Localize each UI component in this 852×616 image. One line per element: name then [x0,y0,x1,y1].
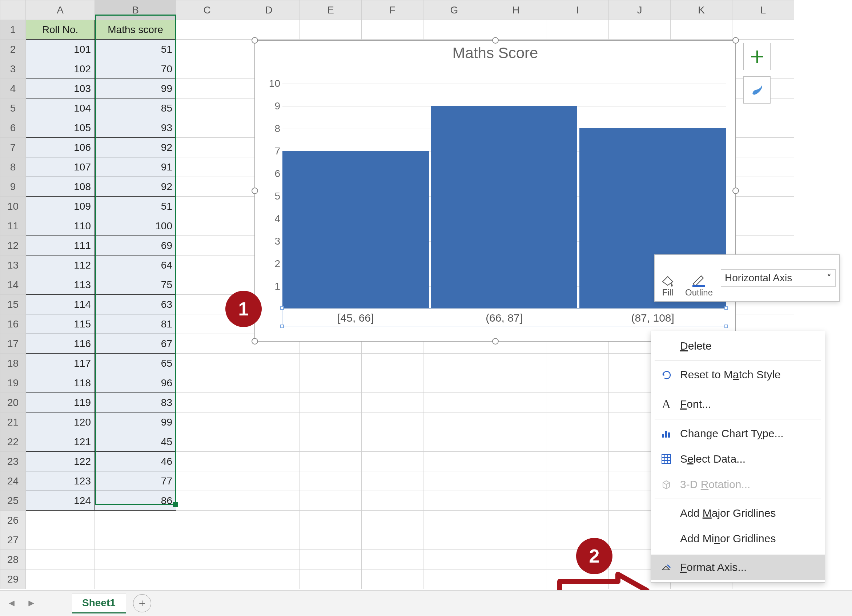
row-header-14[interactable]: 14 [0,275,26,295]
cell-C8[interactable] [176,157,238,177]
cell-G20[interactable] [423,393,485,412]
cell-B5[interactable]: 85 [95,98,176,118]
cell-B8[interactable]: 91 [95,157,176,177]
column-header-L[interactable]: L [733,0,794,20]
cell-A26[interactable] [26,510,95,530]
cell-C29[interactable] [176,569,238,589]
cell-B28[interactable] [95,550,176,569]
x-tick[interactable]: (66, 87] [486,312,523,324]
cell-B1[interactable]: Maths score [95,20,176,39]
cell-A29[interactable] [26,569,95,589]
column-header-B[interactable]: B [95,0,176,20]
cell-A13[interactable]: 112 [26,255,95,275]
row-header-16[interactable]: 16 [0,314,26,334]
cell-I1[interactable] [547,20,609,39]
cell-A8[interactable]: 107 [26,157,95,177]
cell-G28[interactable] [423,550,485,569]
cell-C13[interactable] [176,255,238,275]
cell-L11[interactable] [733,216,794,236]
chart-styles-button[interactable] [743,76,770,104]
row-header-3[interactable]: 3 [0,59,26,79]
row-header-8[interactable]: 8 [0,157,26,177]
add-sheet-button[interactable]: ＋ [133,594,151,612]
cell-H25[interactable] [485,491,547,510]
row-header-27[interactable]: 27 [0,530,26,550]
cell-D29[interactable] [238,569,300,589]
cell-D27[interactable] [238,530,300,550]
cell-F26[interactable] [362,510,423,530]
cell-B25[interactable]: 86 [95,491,176,510]
cell-D18[interactable] [238,353,300,373]
cell-C18[interactable] [176,353,238,373]
cell-B17[interactable]: 67 [95,334,176,353]
cell-C5[interactable] [176,98,238,118]
cell-C24[interactable] [176,471,238,491]
cell-I18[interactable] [547,353,609,373]
cell-G29[interactable] [423,569,485,589]
fill-button[interactable]: Fill [658,257,677,299]
cell-B15[interactable]: 63 [95,295,176,314]
cell-A28[interactable] [26,550,95,569]
cell-I21[interactable] [547,412,609,432]
cell-I24[interactable] [547,471,609,491]
cell-A17[interactable]: 116 [26,334,95,353]
cell-E18[interactable] [300,353,362,373]
column-header-D[interactable]: D [238,0,300,20]
column-header-G[interactable]: G [423,0,485,20]
cell-B26[interactable] [95,510,176,530]
cell-D20[interactable] [238,393,300,412]
cell-F23[interactable] [362,452,423,471]
cell-B23[interactable]: 46 [95,452,176,471]
cell-D1[interactable] [238,20,300,39]
cell-A14[interactable]: 113 [26,275,95,295]
cell-A5[interactable]: 104 [26,98,95,118]
cell-G27[interactable] [423,530,485,550]
cell-B4[interactable]: 99 [95,79,176,98]
cell-E19[interactable] [300,373,362,393]
cell-D25[interactable] [238,491,300,510]
cell-A19[interactable]: 118 [26,373,95,393]
chart-element-selector[interactable]: Horizontal Axis ˅ [721,269,835,287]
cell-H18[interactable] [485,353,547,373]
cell-A18[interactable]: 117 [26,353,95,373]
cell-B3[interactable]: 70 [95,59,176,79]
cell-F19[interactable] [362,373,423,393]
cell-E22[interactable] [300,432,362,452]
cell-A22[interactable]: 121 [26,432,95,452]
cell-I26[interactable] [547,510,609,530]
column-header-J[interactable]: J [609,0,671,20]
cell-E1[interactable] [300,20,362,39]
cell-C1[interactable] [176,20,238,39]
row-header-15[interactable]: 15 [0,295,26,314]
cell-F22[interactable] [362,432,423,452]
cell-B24[interactable]: 77 [95,471,176,491]
menu-add-major-gridlines[interactable]: Add Major Gridlines [651,500,825,526]
cell-A15[interactable]: 114 [26,295,95,314]
column-header-A[interactable]: A [26,0,95,20]
cell-L9[interactable] [733,177,794,196]
cell-F25[interactable] [362,491,423,510]
cell-B16[interactable]: 81 [95,314,176,334]
resize-handle[interactable] [252,187,258,194]
menu-change-chart-type[interactable]: Change Chart Type... [651,421,825,446]
menu-delete[interactable]: Delete [651,333,825,359]
cell-D26[interactable] [238,510,300,530]
cell-D24[interactable] [238,471,300,491]
cell-L1[interactable] [733,20,794,39]
cell-E28[interactable] [300,550,362,569]
cell-L6[interactable] [733,118,794,138]
cell-C20[interactable] [176,393,238,412]
menu-font[interactable]: A Font... [651,391,825,418]
cell-H26[interactable] [485,510,547,530]
cell-G18[interactable] [423,353,485,373]
cell-C23[interactable] [176,452,238,471]
cell-C12[interactable] [176,236,238,255]
cell-C14[interactable] [176,275,238,295]
cell-I23[interactable] [547,452,609,471]
cell-D19[interactable] [238,373,300,393]
cell-K1[interactable] [671,20,733,39]
cell-B29[interactable] [95,569,176,589]
column-header-C[interactable]: C [176,0,238,20]
cell-A4[interactable]: 103 [26,79,95,98]
row-header-25[interactable]: 25 [0,491,26,510]
